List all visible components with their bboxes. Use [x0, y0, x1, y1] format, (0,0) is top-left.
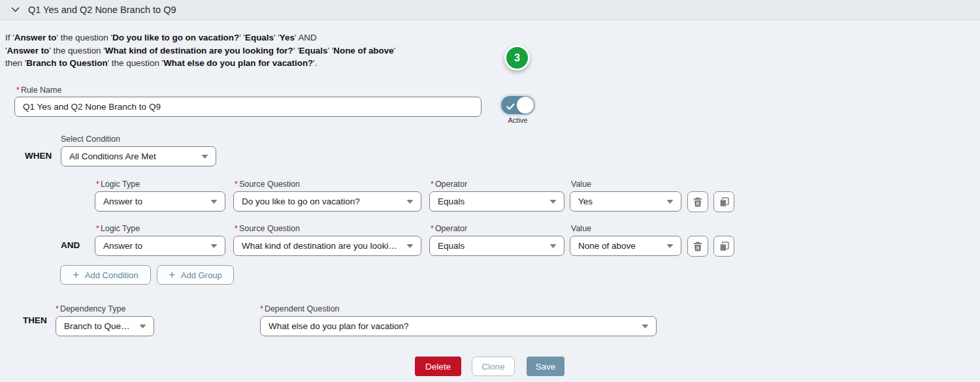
- dependent-question-dropdown[interactable]: What else do you plan for vacation?: [260, 316, 657, 336]
- source-question-dropdown[interactable]: What kind of destination are you looking…: [233, 236, 421, 256]
- logic-type-label: *Logic Type: [96, 224, 140, 233]
- chevron-down-icon: [201, 154, 208, 159]
- required-asterisk: *: [235, 224, 238, 233]
- chevron-down-icon: [642, 324, 649, 328]
- value-dropdown[interactable]: Yes: [570, 191, 681, 212]
- active-toggle-label: Active: [498, 116, 538, 124]
- required-asterisk: *: [96, 180, 99, 189]
- dependency-type-label: *Dependency Type: [56, 304, 125, 313]
- trash-icon: [693, 197, 702, 207]
- operator-label: *Operator: [431, 180, 467, 189]
- source-question-label: *Source Question: [235, 224, 300, 233]
- condition-connector-label: AND: [61, 235, 80, 255]
- rule-title: Q1 Yes and Q2 None Branch to Q9: [28, 5, 176, 15]
- chevron-down-icon: [210, 244, 218, 248]
- trash-icon: [693, 242, 702, 251]
- delete-condition-button[interactable]: [687, 236, 708, 257]
- chevron-down-icon: [210, 199, 218, 204]
- chevron-down-icon: [139, 324, 146, 328]
- clone-condition-button[interactable]: [713, 191, 734, 212]
- rule-summary-line: then 'Branch to Question' the question '…: [5, 57, 395, 70]
- required-asterisk: *: [16, 86, 20, 95]
- required-asterisk: *: [56, 304, 59, 313]
- rule-summary: If 'Answer to' the question 'Do you like…: [5, 31, 395, 70]
- condition-row: *Logic TypeAnswer to*Source QuestionDo y…: [0, 179, 980, 215]
- operator-dropdown[interactable]: Equals: [429, 236, 564, 256]
- dependency-type-dropdown[interactable]: Branch to Quest...: [56, 316, 154, 336]
- save-button[interactable]: Save: [527, 357, 564, 376]
- chevron-down-icon[interactable]: [11, 7, 20, 12]
- required-asterisk: *: [96, 224, 99, 233]
- source-question-dropdown[interactable]: Do you like to go on vacation?: [233, 191, 421, 212]
- active-toggle[interactable]: [501, 96, 534, 114]
- source-question-label: *Source Question: [235, 180, 300, 189]
- add-condition-button[interactable]: + Add Condition: [60, 265, 151, 285]
- logic-type-label: *Logic Type: [96, 180, 140, 189]
- rule-header[interactable]: Q1 Yes and Q2 None Branch to Q9: [0, 0, 980, 20]
- operator-label: *Operator: [431, 224, 467, 233]
- chevron-down-icon: [406, 199, 414, 204]
- chevron-down-icon: [549, 244, 557, 248]
- plus-icon: +: [169, 270, 174, 280]
- rule-name-label: *Rule Name: [16, 86, 61, 95]
- required-asterisk: *: [431, 224, 434, 233]
- chevron-down-icon: [406, 244, 414, 248]
- copy-icon: [719, 242, 729, 251]
- rule-name-input[interactable]: [14, 97, 482, 117]
- dependent-question-label: *Dependent Question: [260, 304, 340, 313]
- rule-summary-line: If 'Answer to' the question 'Do you like…: [5, 31, 395, 44]
- check-icon: [506, 101, 515, 113]
- required-asterisk: *: [260, 304, 263, 313]
- operator-dropdown[interactable]: Equals: [429, 191, 564, 212]
- chevron-down-icon: [549, 199, 557, 204]
- required-asterisk: *: [235, 180, 238, 189]
- copy-icon: [719, 197, 729, 207]
- add-group-button[interactable]: + Add Group: [157, 265, 234, 285]
- delete-button[interactable]: Delete: [415, 357, 461, 376]
- logic-type-dropdown[interactable]: Answer to: [95, 191, 225, 212]
- chevron-down-icon: [666, 244, 674, 248]
- then-label: THEN: [23, 315, 47, 325]
- plus-icon: +: [73, 270, 78, 280]
- select-condition-label: Select Condition: [61, 135, 120, 144]
- condition-row: AND*Logic TypeAnswer to*Source QuestionW…: [0, 223, 980, 260]
- select-condition-dropdown[interactable]: All Conditions Are Met: [61, 146, 216, 167]
- chevron-down-icon: [666, 199, 674, 204]
- rule-count-badge: 3: [504, 45, 530, 71]
- delete-condition-button[interactable]: [687, 191, 708, 212]
- value-label: Value: [571, 224, 591, 233]
- value-dropdown[interactable]: None of above: [570, 236, 681, 256]
- logic-type-dropdown[interactable]: Answer to: [95, 236, 225, 256]
- clone-button[interactable]: Clone: [472, 357, 515, 376]
- when-label: WHEN: [25, 151, 52, 161]
- value-label: Value: [571, 180, 591, 189]
- clone-condition-button[interactable]: [713, 236, 734, 257]
- toggle-knob: [517, 97, 534, 114]
- rule-summary-line: 'Answer to' the question 'What kind of d…: [5, 44, 395, 57]
- required-asterisk: *: [431, 180, 434, 189]
